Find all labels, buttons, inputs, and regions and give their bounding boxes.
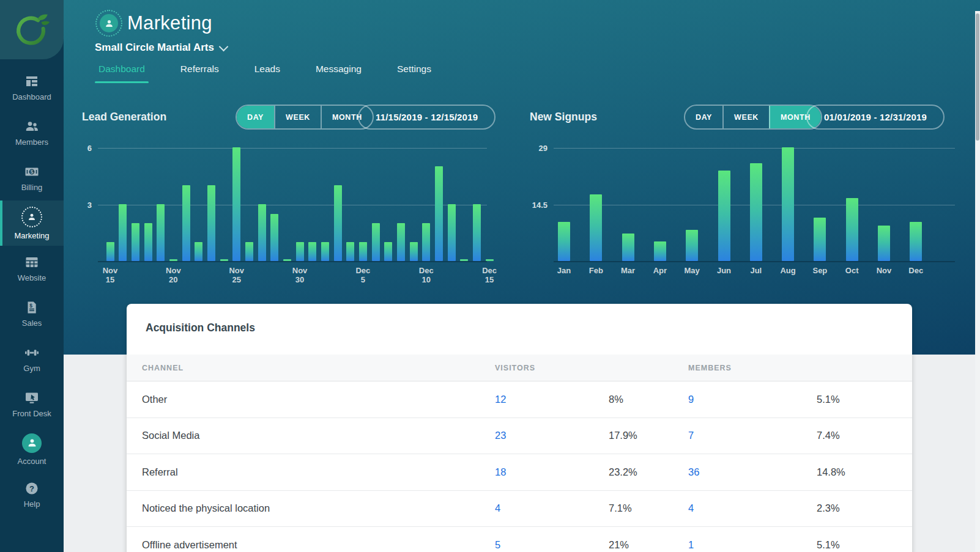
- visitors-count-link[interactable]: 5: [495, 539, 609, 551]
- gym-selector[interactable]: Small Circle Martial Arts: [95, 42, 227, 54]
- sidebar-item-help[interactable]: ?Help: [0, 472, 64, 517]
- scrollbar-thumb[interactable]: [976, 13, 979, 141]
- sidebar-item-label: Billing: [21, 183, 43, 192]
- chart-bar: [814, 218, 826, 261]
- visitors-count-link[interactable]: 12: [495, 394, 609, 405]
- x-axis-label: Nov: [877, 266, 892, 275]
- chart-bar: [119, 204, 127, 261]
- tab-settings[interactable]: Settings: [393, 64, 435, 83]
- chart-bar: [157, 204, 165, 261]
- tab-dashboard[interactable]: Dashboard: [95, 64, 149, 83]
- x-axis-line: [98, 261, 487, 262]
- svg-text:$: $: [30, 169, 33, 175]
- y-axis-tick-label: 6: [87, 144, 92, 153]
- app-window: Marketing Small Circle Martial Arts Dash…: [0, 0, 980, 552]
- chart-bar: [258, 204, 266, 261]
- table-row: Referral1823.2%3614.8%: [127, 454, 912, 491]
- lead-generation-chart: 36Nov 15Nov 20Nov 25Nov 30Dec 5Dec 10Dec…: [98, 144, 487, 262]
- app-logo[interactable]: [0, 0, 64, 59]
- chart-bar: [346, 242, 354, 261]
- chart-bar: [435, 166, 443, 261]
- sidebar: DashboardMembers$BillingMarketingWebsite…: [0, 0, 64, 552]
- chart-bar: [283, 259, 291, 261]
- chart-bar: [384, 242, 392, 261]
- people-icon: [100, 14, 118, 32]
- table-row: Social Media2317.9%77.4%: [127, 418, 912, 455]
- sidebar-item-front-desk[interactable]: Front Desk: [0, 381, 64, 427]
- sidebar-item-website[interactable]: Website: [0, 246, 64, 291]
- granularity-week-button[interactable]: WEEK: [274, 106, 321, 128]
- tab-bar: DashboardReferralsLeadsMessagingSettings: [95, 64, 435, 83]
- x-axis-label: Aug: [780, 266, 795, 275]
- y-axis-tick-label: 29: [539, 143, 548, 152]
- sidebar-item-label: Front Desk: [12, 409, 51, 418]
- sidebar-item-label: Website: [18, 273, 46, 282]
- acquisition-channels-title: Acquisition Channels: [146, 322, 255, 334]
- chart-bar: [220, 259, 228, 261]
- visitors-percent: 8%: [609, 394, 688, 405]
- svg-text:?: ?: [29, 484, 34, 493]
- channel-cell: Noticed the physical location: [142, 502, 495, 514]
- x-axis-label: Jan: [557, 266, 571, 275]
- visitors-count-link[interactable]: 4: [495, 502, 609, 514]
- y-axis-tick-label: 14.5: [532, 200, 548, 209]
- website-icon: [24, 255, 39, 270]
- tab-referrals[interactable]: Referrals: [177, 64, 223, 83]
- members-count-link[interactable]: 4: [688, 502, 817, 514]
- chart-bar: [296, 242, 304, 261]
- lead-generation-date-range[interactable]: 11/15/2019 - 12/15/2019: [358, 105, 496, 130]
- sidebar-item-account[interactable]: Account: [0, 427, 64, 472]
- marketing-people-icon: [95, 10, 122, 37]
- members-percent: 14.8%: [817, 466, 912, 478]
- chart-bar: [422, 223, 430, 261]
- members-count-link[interactable]: 36: [688, 466, 817, 478]
- chart-bar: [782, 147, 794, 261]
- members-percent: 5.1%: [817, 394, 912, 405]
- chart-bar: [359, 242, 367, 261]
- gridline: [554, 148, 955, 149]
- chart-bar: [718, 171, 730, 261]
- visitors-count-link[interactable]: 23: [495, 430, 609, 441]
- chevron-down-icon: [219, 42, 229, 51]
- lead-generation-granularity-toggle: DAYWEEKMONTH: [236, 105, 374, 130]
- members-count-link[interactable]: 7: [688, 430, 817, 441]
- table-row: Offline advertisement521%15.1%: [127, 527, 912, 552]
- x-axis-label: Dec: [908, 266, 923, 275]
- chart-bar: [207, 185, 215, 261]
- lead-generation-title: Lead Generation: [82, 111, 166, 123]
- sidebar-item-gym[interactable]: Gym: [0, 336, 64, 381]
- members-count-link[interactable]: 9: [688, 394, 817, 405]
- sidebar-item-dashboard[interactable]: Dashboard: [0, 65, 64, 110]
- svg-text:$: $: [29, 302, 32, 308]
- new-signups-date-range[interactable]: 01/01/2019 - 12/31/2019: [806, 105, 945, 130]
- members-count-link[interactable]: 1: [688, 539, 817, 551]
- x-axis-label: Nov 20: [166, 266, 181, 284]
- tab-leads[interactable]: Leads: [251, 64, 284, 83]
- tab-messaging[interactable]: Messaging: [312, 64, 365, 83]
- green-circle-leaf-logo: [11, 9, 53, 51]
- help-icon: ?: [24, 481, 39, 496]
- visitors-count-link[interactable]: 18: [495, 466, 609, 478]
- table-row: Noticed the physical location47.1%42.3%: [127, 491, 912, 528]
- column-header-members: MEMBERS: [688, 364, 817, 372]
- table-body: Other128%95.1%Social Media2317.9%77.4%Re…: [127, 381, 912, 552]
- sidebar-item-label: Dashboard: [12, 92, 51, 101]
- granularity-week-button[interactable]: WEEK: [722, 106, 769, 128]
- x-axis-label: May: [685, 266, 700, 275]
- chart-bar: [321, 242, 329, 261]
- chart-bar: [654, 241, 666, 261]
- new-signups-title: New Signups: [530, 111, 597, 123]
- x-axis-label: Sep: [812, 266, 827, 275]
- chart-bar: [846, 198, 858, 261]
- visitors-percent: 17.9%: [609, 430, 688, 441]
- marketing-icon: [21, 207, 42, 227]
- sidebar-item-marketing[interactable]: Marketing: [0, 201, 64, 246]
- sidebar-item-billing[interactable]: $Billing: [0, 155, 64, 201]
- granularity-day-button[interactable]: DAY: [685, 106, 722, 128]
- granularity-day-button[interactable]: DAY: [237, 106, 274, 128]
- x-axis-label: Oct: [845, 266, 859, 275]
- sidebar-item-sales[interactable]: $Sales: [0, 291, 64, 336]
- page-title: Marketing: [127, 12, 212, 34]
- sidebar-item-members[interactable]: Members: [0, 110, 64, 155]
- chart-bar: [232, 147, 240, 261]
